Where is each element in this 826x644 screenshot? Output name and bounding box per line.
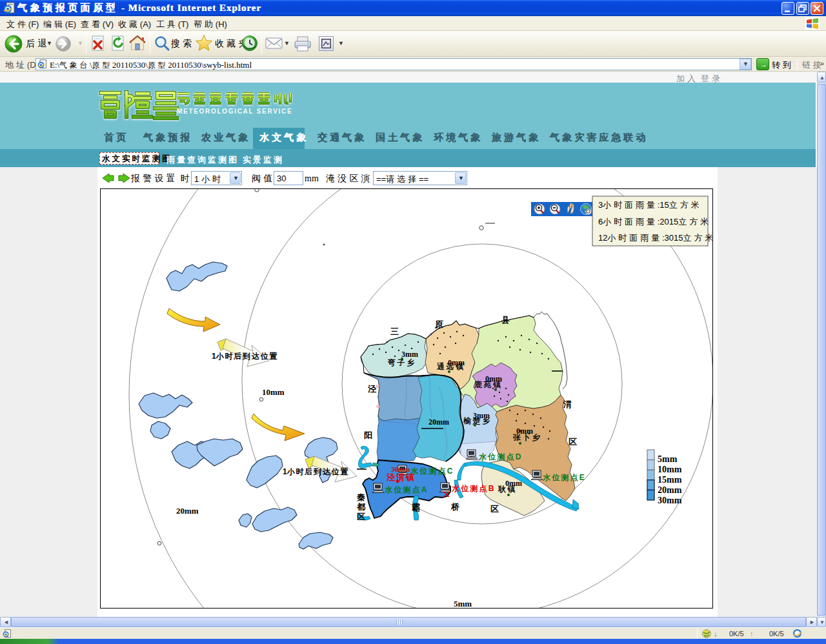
svg-text:水位测点A: 水位测点A [384, 485, 428, 494]
svg-text:秦: 秦 [357, 492, 365, 502]
svg-text:3mm: 3mm [401, 350, 418, 359]
svg-text:0mm: 0mm [448, 358, 465, 367]
svg-text:霸: 霸 [412, 503, 420, 512]
svg-text:水位测点D: 水位测点D [478, 452, 523, 461]
svg-text:6小时面雨量:2015立方米: 6小时面雨量:2015立方米 [598, 217, 711, 226]
svg-text:3mm: 3mm [473, 411, 490, 420]
svg-text:15mm: 15mm [658, 475, 682, 485]
svg-text:3小时面雨量:15立方米: 3小时面雨量:15立方米 [598, 200, 702, 210]
svg-text:METEOROLOGICAL SERVICE: METEOROLOGICAL SERVICE [177, 108, 292, 115]
svg-text:0mm: 0mm [505, 479, 522, 488]
svg-text:12小时面雨量:3015立方米: 12小时面雨量:3015立方米 [598, 233, 712, 243]
svg-text:30mm: 30mm [658, 496, 682, 505]
svg-text:20mm: 20mm [176, 506, 199, 516]
svg-text:5mm: 5mm [454, 599, 472, 608]
svg-text:泾: 泾 [367, 384, 377, 394]
svg-text:水位测点B: 水位测点B [451, 484, 496, 493]
svg-text:三: 三 [390, 327, 399, 336]
svg-text:泾渭镇: 泾渭镇 [386, 472, 416, 482]
svg-text:1小时后到达位置: 1小时后到达位置 [283, 467, 349, 476]
svg-text:县: 县 [501, 315, 510, 325]
svg-text:水位测点C: 水位测点C [410, 467, 454, 476]
svg-text:20mm: 20mm [658, 485, 682, 495]
svg-text:0mm: 0mm [485, 374, 502, 383]
svg-text:区: 区 [490, 504, 499, 514]
svg-text:桥: 桥 [450, 502, 460, 512]
svg-text:5mm: 5mm [658, 454, 678, 464]
svg-text:水位测点E: 水位测点E [542, 473, 586, 482]
svg-text:10mm: 10mm [262, 387, 285, 397]
svg-text:渭: 渭 [563, 399, 572, 409]
svg-text:都: 都 [356, 502, 366, 512]
svg-text:区: 区 [569, 437, 577, 447]
svg-text:阳: 阳 [364, 430, 372, 440]
svg-text:10mm: 10mm [658, 465, 682, 474]
svg-text:原: 原 [434, 319, 443, 329]
svg-text:20mm: 20mm [428, 418, 449, 427]
svg-text:1小时后到达位置: 1小时后到达位置 [212, 352, 278, 361]
svg-text:区: 区 [357, 512, 365, 521]
svg-text:0mm: 0mm [516, 427, 533, 436]
